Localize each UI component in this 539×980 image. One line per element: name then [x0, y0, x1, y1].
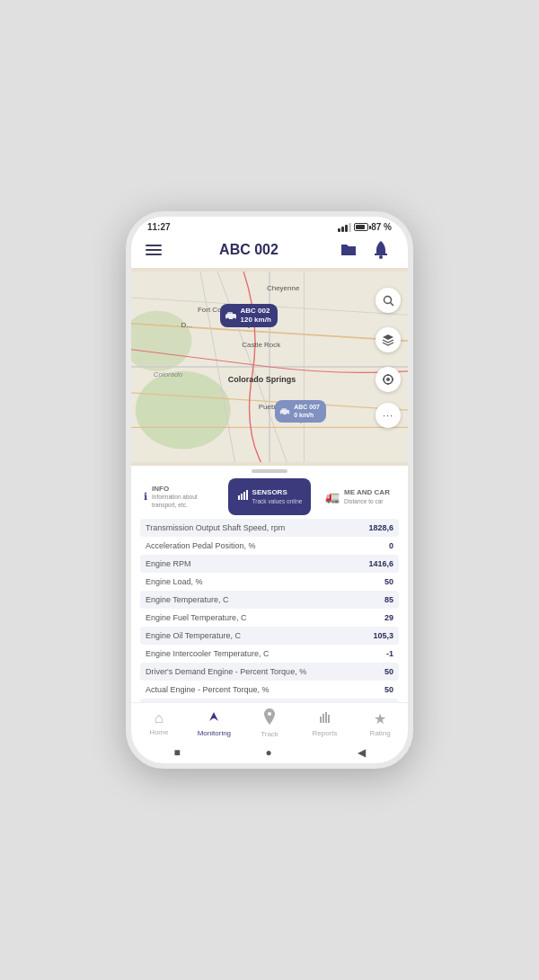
- table-row: Engine Fuel Temperature, C 29: [140, 609, 399, 627]
- svg-point-24: [386, 378, 390, 381]
- svg-rect-31: [243, 492, 245, 500]
- table-row: Actual Engine - Percent Torque, % 50: [140, 681, 399, 699]
- bottom-nav: ⌂ Home Monitoring Track Reports: [131, 702, 408, 742]
- sensor-label: Transmission Output Shaft Speed, rpm: [146, 523, 355, 532]
- tab-meandcar-label: ME AND CAR: [344, 488, 390, 497]
- nav-reports[interactable]: Reports: [305, 709, 345, 737]
- svg-point-34: [268, 712, 271, 716]
- sensor-value: 85: [362, 595, 393, 604]
- sensor-label: Engine RPM: [146, 559, 355, 568]
- sensor-value: 50: [362, 685, 393, 694]
- top-bar: ABC 002: [131, 234, 408, 268]
- monitoring-icon: [207, 709, 221, 727]
- status-right: 87 %: [338, 222, 392, 232]
- nav-rating-label: Rating: [370, 729, 391, 737]
- menu-button[interactable]: [146, 245, 162, 255]
- sensor-value: 50: [362, 667, 393, 676]
- table-row: Transmission Output Shaft Speed, rpm 182…: [140, 519, 399, 537]
- sensor-label: Engine Temperature, C: [146, 595, 355, 604]
- svg-line-22: [390, 302, 393, 306]
- nav-monitoring[interactable]: Monitoring: [194, 709, 234, 737]
- map-area[interactable]: Cheyenne Fort Collins Colorado Colorado …: [131, 268, 408, 466]
- android-square[interactable]: ■: [173, 746, 180, 759]
- sensor-label: Engine Intercooler Temperature, C: [146, 649, 355, 658]
- table-row: Engine RPM 1416,6: [140, 555, 399, 573]
- nav-rating[interactable]: ★ Rating: [360, 710, 400, 737]
- layers-map-button[interactable]: [376, 327, 401, 352]
- page-title: ABC 002: [219, 242, 278, 258]
- svg-rect-14: [227, 312, 233, 315]
- phone-frame: 11:27 87 % ABC 002: [126, 211, 413, 769]
- tab-info[interactable]: ℹ INFO Information about transport, etc.: [140, 478, 223, 515]
- svg-marker-33: [209, 712, 218, 721]
- status-time: 11:27: [147, 222, 171, 232]
- tab-sensors[interactable]: SENSORS Track values online: [228, 478, 311, 515]
- tab-meandcar-sub: Distance to car: [344, 498, 390, 505]
- map-svg: [131, 268, 408, 466]
- svg-rect-18: [282, 408, 287, 411]
- car-icon: 🚛: [325, 490, 340, 503]
- info-icon: ℹ: [144, 491, 147, 503]
- tab-info-label: INFO: [152, 485, 219, 494]
- rating-icon: ★: [374, 710, 386, 727]
- tab-meandcar[interactable]: 🚛 ME AND CAR Distance to car: [316, 478, 399, 515]
- nav-track[interactable]: Track: [250, 708, 289, 738]
- table-row: Engine Oil Temperature, C 105,3: [140, 627, 399, 645]
- phone-screen: 11:27 87 % ABC 002: [131, 217, 408, 763]
- search-map-button[interactable]: [376, 288, 401, 313]
- svg-rect-29: [238, 495, 240, 500]
- sensor-value: 0: [362, 541, 393, 550]
- tab-info-sub: Information about transport, etc.: [152, 494, 219, 509]
- svg-point-0: [379, 255, 383, 259]
- sensors-icon: [237, 490, 248, 503]
- reports-icon: [318, 709, 332, 727]
- table-row: Engine Load, % 50: [140, 573, 399, 591]
- svg-rect-36: [323, 714, 324, 723]
- sensor-label: Driver's Demand Engine - Percent Torque,…: [146, 667, 355, 676]
- locate-map-button[interactable]: [376, 367, 401, 392]
- sensor-label: Actual Engine - Percent Torque, %: [146, 685, 355, 694]
- folder-button[interactable]: [336, 237, 361, 263]
- sensor-data-table: Transmission Output Shaft Speed, rpm 182…: [131, 519, 408, 702]
- svg-point-2: [136, 371, 231, 450]
- track-icon: [263, 708, 276, 728]
- svg-rect-37: [325, 712, 327, 723]
- nav-reports-label: Reports: [313, 729, 338, 737]
- android-back[interactable]: ◀: [358, 746, 366, 759]
- svg-rect-32: [246, 490, 248, 500]
- battery-level: 87 %: [371, 222, 392, 232]
- table-row: Driver's Demand Engine - Percent Torque,…: [140, 663, 399, 681]
- more-map-button[interactable]: ···: [376, 403, 401, 428]
- sensor-value: 29: [362, 613, 393, 622]
- sensor-value: 1828,6: [362, 523, 393, 532]
- marker-abc007[interactable]: ABC 007 0 km/h: [275, 400, 326, 422]
- tab-sensors-label: SENSORS: [252, 488, 303, 497]
- tab-sensors-sub: Track values online: [252, 498, 303, 505]
- signal-icon: [338, 223, 351, 232]
- sensor-label: Engine Load, %: [146, 577, 355, 586]
- svg-rect-38: [328, 715, 330, 723]
- battery-icon: [354, 223, 368, 231]
- sensor-label: Engine Fuel Temperature, C: [146, 613, 355, 622]
- table-row: Acceleration Pedal Position, % 0: [140, 537, 399, 555]
- svg-rect-35: [320, 717, 322, 723]
- home-icon: ⌂: [155, 710, 163, 726]
- table-row: Engine Temperature, C 85: [140, 591, 399, 609]
- svg-point-21: [384, 296, 391, 303]
- sensor-value: -1: [362, 649, 393, 658]
- table-row: Engine Intercooler Temperature, C -1: [140, 645, 399, 663]
- nav-home[interactable]: ⌂ Home: [139, 710, 179, 736]
- sensor-label: Acceleration Pedal Position, %: [146, 541, 355, 550]
- sensor-value: 105,3: [362, 631, 393, 640]
- top-actions: [336, 237, 393, 263]
- status-bar: 11:27 87 %: [131, 217, 408, 234]
- marker-abc002[interactable]: ABC 002 120 km/h: [220, 304, 278, 328]
- sensor-label: Engine Oil Temperature, C: [146, 631, 355, 640]
- svg-rect-30: [241, 494, 243, 500]
- sensor-value: 50: [362, 577, 393, 586]
- nav-monitoring-label: Monitoring: [198, 729, 231, 737]
- android-nav: ■ ● ◀: [131, 742, 408, 763]
- notifications-button[interactable]: [368, 237, 393, 263]
- android-circle[interactable]: ●: [265, 746, 271, 759]
- tabs-row: ℹ INFO Information about transport, etc.…: [131, 473, 408, 519]
